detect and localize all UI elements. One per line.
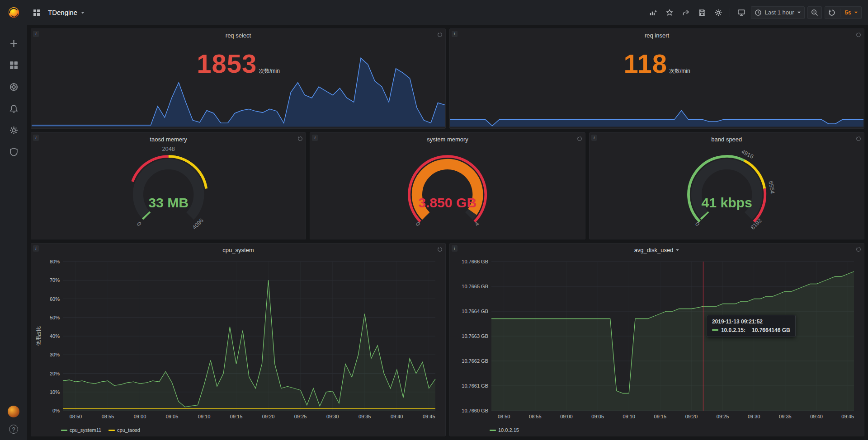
sidebar-item-alerting[interactable] xyxy=(8,103,19,114)
panel-title[interactable]: req select xyxy=(31,32,445,39)
app-root: ? TDengine xyxy=(0,0,868,440)
svg-text:09:40: 09:40 xyxy=(810,414,823,419)
panel-cpu-system: i cpu_system 08:5008:5509:0009:0509:1009… xyxy=(31,243,446,436)
gauge-chart[interactable]: 043.850 GB xyxy=(310,146,585,236)
gauge-chart[interactable]: 049166554819241 kbps xyxy=(590,146,864,236)
sidebar: ? xyxy=(0,0,27,440)
svg-text:10.7666 GB: 10.7666 GB xyxy=(462,259,488,264)
sidebar-item-dashboards[interactable] xyxy=(8,59,19,71)
svg-text:20%: 20% xyxy=(50,370,60,376)
panel-title[interactable]: cpu_system xyxy=(31,247,445,253)
panel-info-icon[interactable]: i xyxy=(33,135,39,141)
svg-text:10.7660 GB: 10.7660 GB xyxy=(462,408,488,413)
svg-text:0: 0 xyxy=(415,220,422,227)
panel-title-text: req insert xyxy=(645,32,669,39)
svg-text:80%: 80% xyxy=(50,259,60,264)
svg-text:09:35: 09:35 xyxy=(779,414,792,419)
gear-icon xyxy=(9,126,18,135)
tooltip-timestamp: 2019-11-13 09:21:52 xyxy=(712,318,790,325)
zoom-out-button[interactable] xyxy=(807,6,822,19)
svg-text:使用占比: 使用占比 xyxy=(36,326,41,346)
sparkline-chart[interactable] xyxy=(32,54,445,127)
panel-info-icon[interactable]: i xyxy=(33,31,39,37)
navbar-header: TDengine xyxy=(27,0,868,25)
cycle-view-button[interactable] xyxy=(735,6,748,19)
help-button[interactable]: ? xyxy=(9,425,18,434)
dashboards-icon xyxy=(9,61,18,70)
panel-band-speed: i band speed 049166554819241 kbps xyxy=(589,132,864,239)
svg-text:08:55: 08:55 xyxy=(529,414,542,419)
share-icon xyxy=(682,9,689,16)
sidebar-item-create[interactable] xyxy=(8,37,19,49)
panel-info-icon[interactable]: i xyxy=(33,245,39,252)
dashboard-row-3: i cpu_system 08:5008:5509:0009:0509:1009… xyxy=(31,243,864,436)
caret-down-icon xyxy=(854,10,858,14)
dashboard-grid: i req select 1853次数/min i req insert 118… xyxy=(27,25,868,440)
panel-info-icon[interactable]: i xyxy=(452,31,458,37)
main-area: TDengine xyxy=(27,0,868,440)
panel-title[interactable]: system memory xyxy=(310,136,585,143)
svg-text:0%: 0% xyxy=(52,408,60,413)
svg-text:08:50: 08:50 xyxy=(70,414,82,419)
panel-loading-icon xyxy=(577,135,582,143)
panel-title[interactable]: band speed xyxy=(590,136,864,143)
share-button[interactable] xyxy=(679,6,693,19)
monitor-icon xyxy=(738,9,745,16)
save-button[interactable] xyxy=(695,6,709,19)
time-range-picker[interactable]: Last 1 hour xyxy=(751,6,804,19)
panel-title[interactable]: req insert xyxy=(450,32,864,39)
settings-button[interactable] xyxy=(712,6,725,19)
star-button[interactable] xyxy=(663,6,676,19)
timeseries-chart[interactable]: 08:5008:5509:0009:0509:1009:1509:2009:25… xyxy=(453,258,859,421)
panel-title-text: avg_disk_used xyxy=(634,247,674,253)
panel-info-icon[interactable]: i xyxy=(591,135,597,141)
legend-label: cpu_system11 xyxy=(70,427,101,433)
sidebar-item-configuration[interactable] xyxy=(8,124,19,136)
svg-text:0: 0 xyxy=(136,220,143,227)
grafana-logo[interactable] xyxy=(0,0,27,25)
tooltip-series-name: 10.0.2.15: xyxy=(721,327,745,333)
svg-text:41 kbps: 41 kbps xyxy=(701,195,752,210)
time-range-label: Last 1 hour xyxy=(764,9,794,16)
timeseries-chart[interactable]: 08:5008:5509:0009:0509:1009:1509:2009:25… xyxy=(35,258,440,421)
panel-title-text: band speed xyxy=(711,136,742,143)
svg-text:10.7661 GB: 10.7661 GB xyxy=(462,383,488,389)
gauge-chart[interactable]: 02048409633 MB xyxy=(31,146,306,236)
panel-info-icon[interactable]: i xyxy=(452,245,458,252)
legend-item[interactable]: cpu_system11 xyxy=(61,427,101,433)
refresh-interval-button[interactable]: 5s xyxy=(825,6,862,19)
svg-text:4916: 4916 xyxy=(740,148,755,159)
dashboard-title-button[interactable]: TDengine xyxy=(45,9,88,16)
svg-text:10%: 10% xyxy=(50,389,60,395)
caret-down-icon xyxy=(80,10,85,15)
add-panel-button[interactable] xyxy=(646,6,660,19)
sidebar-menu xyxy=(8,25,19,406)
grafana-logo-icon xyxy=(8,6,20,19)
svg-text:4: 4 xyxy=(473,220,481,227)
panel-title-text: system memory xyxy=(427,136,468,143)
sparkline-chart[interactable] xyxy=(450,54,863,127)
refresh-icon xyxy=(828,9,835,16)
star-icon xyxy=(666,9,673,16)
apps-grid-button[interactable] xyxy=(30,6,43,19)
chart-legend: 10.0.2.15 xyxy=(490,427,519,433)
explore-icon xyxy=(9,83,18,91)
sidebar-item-explore[interactable] xyxy=(8,81,19,93)
dashboard-title: TDengine xyxy=(48,9,77,16)
tooltip-series-row: 10.0.2.15: 10.7664146 GB xyxy=(712,327,790,333)
legend-item[interactable]: 10.0.2.15 xyxy=(490,427,519,433)
svg-text:4096: 4096 xyxy=(191,217,205,231)
svg-text:09:20: 09:20 xyxy=(262,414,275,419)
sidebar-item-server-admin[interactable] xyxy=(8,146,19,158)
legend-item[interactable]: cpu_taosd xyxy=(108,427,140,433)
panel-title[interactable]: avg_disk_used xyxy=(450,247,864,253)
svg-text:09:10: 09:10 xyxy=(198,414,211,419)
svg-text:09:10: 09:10 xyxy=(623,414,635,419)
svg-text:10.7663 GB: 10.7663 GB xyxy=(462,333,488,339)
panel-title[interactable]: taosd memery xyxy=(31,136,306,143)
apps-grid-icon xyxy=(33,9,40,16)
user-avatar[interactable] xyxy=(8,406,19,417)
svg-text:33 MB: 33 MB xyxy=(148,195,189,210)
svg-text:8192: 8192 xyxy=(749,217,763,231)
panel-info-icon[interactable]: i xyxy=(312,135,318,141)
